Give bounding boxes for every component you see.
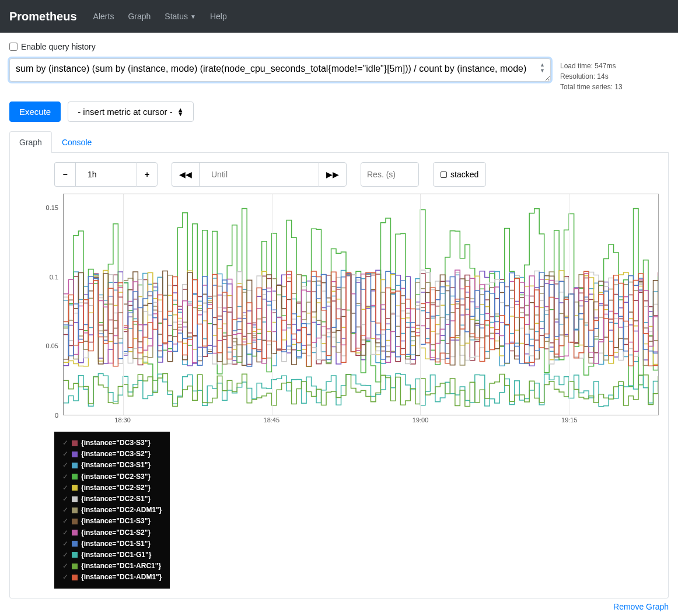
square-icon (441, 172, 447, 178)
legend-item[interactable]: ✓{instance="DC3-S1"} (62, 460, 162, 471)
tab-graph[interactable]: Graph (9, 131, 52, 153)
legend-swatch (72, 485, 78, 491)
legend-swatch (72, 452, 78, 457)
range-minus-button[interactable]: − (54, 162, 75, 187)
metric-select[interactable]: - insert metric at cursor - ▲▼ (68, 102, 193, 122)
legend-label: {instance="DC1-S1"} (81, 538, 151, 550)
legend-swatch (72, 440, 78, 446)
legend-label: {instance="DC1-G1"} (81, 550, 151, 561)
stacked-toggle[interactable]: stacked (433, 162, 486, 187)
y-tick-label: 0.05 (46, 342, 58, 349)
check-icon: ✓ (62, 494, 68, 505)
check-icon: ✓ (62, 471, 68, 482)
stat-total-series: Total time series: 13 (560, 82, 623, 92)
legend-label: {instance="DC1-ARC1"} (81, 561, 161, 572)
navbar: Prometheus Alerts Graph Status ▼ Help (0, 0, 678, 33)
check-icon: ✓ (62, 550, 68, 561)
y-tick-label: 0.1 (50, 274, 58, 281)
brand[interactable]: Prometheus (9, 10, 77, 23)
nav-graph[interactable]: Graph (121, 7, 158, 26)
check-icon: ✓ (62, 505, 68, 516)
query-input[interactable] (9, 58, 551, 82)
check-icon: ✓ (62, 527, 68, 538)
x-tick-label: 18:45 (264, 416, 280, 424)
legend-item[interactable]: ✓{instance="DC3-S2"} (62, 449, 162, 460)
updown-icon: ▲▼ (177, 108, 184, 116)
legend-swatch (72, 474, 78, 480)
legend-swatch (72, 552, 78, 558)
range-input[interactable] (83, 166, 130, 183)
graph-toolbar: − + ◀◀ ▶▶ stacked (54, 162, 659, 187)
legend-label: {instance="DC3-S2"} (81, 449, 151, 460)
legend-label: {instance="DC2-ADM1"} (81, 505, 162, 516)
y-tick-label: 0.15 (46, 204, 58, 211)
stat-resolution: Resolution: 14s (560, 71, 623, 82)
x-tick-label: 19:15 (561, 416, 578, 424)
until-input[interactable] (207, 166, 312, 183)
legend-label: {instance="DC1-S3"} (81, 516, 151, 527)
legend-swatch (72, 575, 78, 580)
legend-item[interactable]: ✓{instance="DC2-S3"} (62, 471, 162, 482)
chart-area: 00.050.10.15 18:3018:4519:0019:15 (19, 194, 659, 427)
legend-swatch (72, 508, 78, 513)
stacked-label: stacked (450, 170, 478, 179)
resolution-input[interactable] (361, 162, 419, 187)
time-group: ◀◀ ▶▶ (172, 162, 347, 187)
range-plus-button[interactable]: + (137, 162, 158, 187)
legend-swatch (72, 496, 78, 502)
tabs: Graph Console (9, 131, 669, 153)
spinner-icon[interactable]: ▲▼ (540, 62, 545, 74)
legend-label: {instance="DC3-S1"} (81, 460, 151, 471)
legend-label: {instance="DC2-S2"} (81, 482, 151, 494)
legend-item[interactable]: ✓{instance="DC1-S1"} (62, 538, 162, 550)
check-icon: ✓ (62, 438, 68, 449)
y-tick-label: 0 (55, 412, 58, 419)
legend-swatch (72, 530, 78, 536)
check-icon: ✓ (62, 449, 68, 460)
time-forward-button[interactable]: ▶▶ (319, 162, 347, 187)
legend: ✓{instance="DC3-S3"}✓{instance="DC3-S2"}… (54, 432, 170, 589)
x-tick-label: 18:30 (114, 416, 131, 424)
enable-history-row: Enable query history (9, 42, 669, 51)
legend-item[interactable]: ✓{instance="DC3-S3"} (62, 438, 162, 449)
legend-item[interactable]: ✓{instance="DC2-S1"} (62, 494, 162, 505)
legend-label: {instance="DC1-S2"} (81, 527, 151, 538)
legend-item[interactable]: ✓{instance="DC1-ADM1"} (62, 572, 162, 583)
plot[interactable] (63, 194, 659, 415)
legend-item[interactable]: ✓{instance="DC1-S2"} (62, 527, 162, 538)
legend-item[interactable]: ✓{instance="DC2-ADM1"} (62, 505, 162, 516)
nav-help[interactable]: Help (203, 7, 234, 26)
legend-label: {instance="DC1-ADM1"} (81, 572, 162, 583)
legend-item[interactable]: ✓{instance="DC2-S2"} (62, 482, 162, 494)
query-stats: Load time: 547ms Resolution: 14s Total t… (560, 58, 623, 92)
check-icon: ✓ (62, 482, 68, 494)
check-icon: ✓ (62, 538, 68, 550)
legend-label: {instance="DC3-S3"} (81, 438, 151, 449)
time-back-button[interactable]: ◀◀ (172, 162, 199, 187)
legend-swatch (72, 519, 78, 524)
graph-panel: − + ◀◀ ▶▶ stacked 00.050.10.15 18:3018:4… (9, 153, 669, 598)
check-icon: ✓ (62, 572, 68, 583)
legend-label: {instance="DC2-S3"} (81, 471, 151, 482)
check-icon: ✓ (62, 516, 68, 527)
remove-graph-link[interactable]: Remove Graph (613, 602, 669, 611)
execute-button[interactable]: Execute (9, 102, 61, 122)
x-tick-label: 19:00 (413, 416, 429, 424)
legend-item[interactable]: ✓{instance="DC1-S3"} (62, 516, 162, 527)
nav-status-label: Status (165, 12, 188, 21)
legend-item[interactable]: ✓{instance="DC1-G1"} (62, 550, 162, 561)
tab-console[interactable]: Console (52, 131, 102, 153)
legend-item[interactable]: ✓{instance="DC1-ARC1"} (62, 561, 162, 572)
range-group: − + (54, 162, 158, 187)
legend-swatch (72, 463, 78, 468)
nav-status[interactable]: Status ▼ (158, 7, 203, 26)
legend-swatch (72, 564, 78, 569)
y-axis: 00.050.10.15 (19, 194, 63, 415)
enable-history-label: Enable query history (21, 42, 96, 51)
nav-alerts[interactable]: Alerts (86, 7, 121, 26)
metric-select-label: - insert metric at cursor - (78, 107, 173, 117)
legend-swatch (72, 541, 78, 547)
caret-down-icon: ▼ (190, 13, 196, 20)
enable-history-checkbox[interactable] (9, 43, 18, 51)
check-icon: ✓ (62, 561, 68, 572)
